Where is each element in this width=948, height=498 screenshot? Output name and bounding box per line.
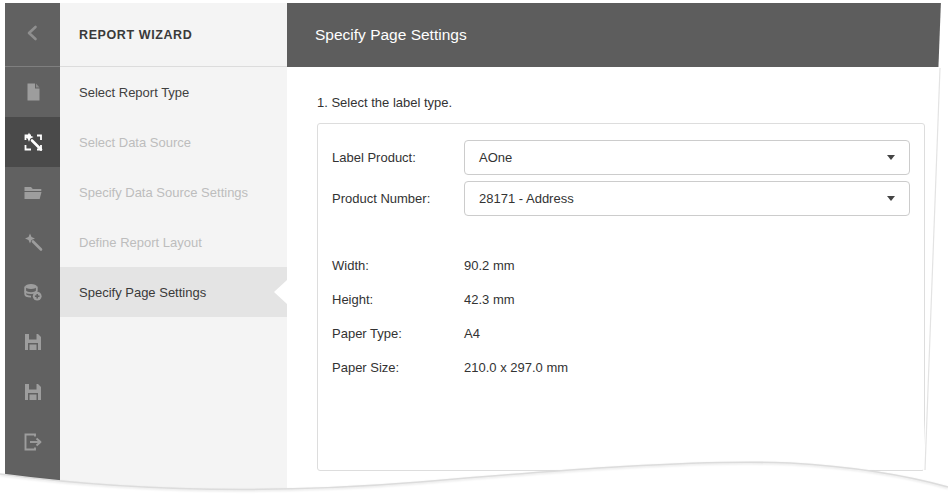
save-icon xyxy=(21,330,45,354)
chevron-left-icon xyxy=(22,22,44,48)
chevron-down-icon xyxy=(887,155,895,160)
page-header: Specify Page Settings xyxy=(287,3,941,67)
sidebar-item-new-report[interactable] xyxy=(5,67,60,117)
folder-open-icon xyxy=(21,180,45,204)
current-step-arrow xyxy=(274,280,287,304)
label-product-dropdown[interactable]: AOne xyxy=(464,140,910,175)
step-label: Select Report Type xyxy=(79,85,189,100)
sidebar-item-new-via-wizard[interactable] xyxy=(5,117,60,167)
detail-row-height: Height: 42.3 mm xyxy=(332,282,910,316)
step-select-report-type[interactable]: Select Report Type xyxy=(60,67,287,117)
detail-label: Paper Size: xyxy=(332,360,464,375)
instruction-text: 1. Select the label type. xyxy=(317,95,941,110)
sidebar-item-add-data-source[interactable] xyxy=(5,267,60,317)
step-select-data-source: Select Data Source xyxy=(60,117,287,167)
magic-wand-icon xyxy=(21,230,45,254)
product-number-dropdown[interactable]: 28171 - Address xyxy=(464,181,910,216)
detail-value: 210.0 x 297.0 mm xyxy=(464,360,568,375)
sidebar-item-exit[interactable] xyxy=(5,417,60,467)
page-body: 1. Select the label type. Label Product:… xyxy=(287,67,941,471)
exit-icon xyxy=(21,430,45,454)
sidebar xyxy=(5,3,60,495)
detail-value: 42.3 mm xyxy=(464,292,515,307)
step-label: Select Data Source xyxy=(79,135,191,150)
sidebar-item-save[interactable] xyxy=(5,317,60,367)
save-as-icon xyxy=(21,380,45,404)
detail-row-paper-type: Paper Type: A4 xyxy=(332,316,910,350)
database-add-icon xyxy=(21,280,45,304)
wizard-step-nav: REPORT WIZARD Select Report Type Select … xyxy=(60,3,287,495)
detail-row-paper-size: Paper Size: 210.0 x 297.0 mm xyxy=(332,350,910,384)
dropdown-value: 28171 - Address xyxy=(479,191,574,206)
field-label: Product Number: xyxy=(332,191,464,206)
step-label: Define Report Layout xyxy=(79,235,202,250)
sidebar-item-open-report[interactable] xyxy=(5,167,60,217)
page-title: Specify Page Settings xyxy=(315,26,467,44)
dropdown-value: AOne xyxy=(479,150,512,165)
step-label: Specify Page Settings xyxy=(79,285,206,300)
wizard-nav-title: REPORT WIZARD xyxy=(60,3,287,67)
step-label: Specify Data Source Settings xyxy=(79,185,248,200)
chevron-down-icon xyxy=(887,196,895,201)
document-icon xyxy=(22,81,44,103)
label-type-panel: Label Product: AOne Product Number: 2817… xyxy=(317,123,925,471)
label-details: Width: 90.2 mm Height: 42.3 mm Paper Typ… xyxy=(332,248,910,384)
form-row-product-number: Product Number: 28171 - Address xyxy=(332,181,910,216)
step-specify-page-settings[interactable]: Specify Page Settings xyxy=(60,267,287,317)
field-label: Label Product: xyxy=(332,150,464,165)
sidebar-item-design-in-wizard[interactable] xyxy=(5,217,60,267)
report-wizard-window: REPORT WIZARD Select Report Type Select … xyxy=(5,3,941,495)
detail-label: Width: xyxy=(332,258,464,273)
detail-label: Paper Type: xyxy=(332,326,464,341)
detail-label: Height: xyxy=(332,292,464,307)
back-button[interactable] xyxy=(5,3,60,67)
detail-value: A4 xyxy=(464,326,480,341)
step-specify-data-source-settings: Specify Data Source Settings xyxy=(60,167,287,217)
step-define-report-layout: Define Report Layout xyxy=(60,217,287,267)
sidebar-item-save-as[interactable] xyxy=(5,367,60,417)
main-panel: Specify Page Settings 1. Select the labe… xyxy=(287,3,941,495)
detail-row-width: Width: 90.2 mm xyxy=(332,248,910,282)
form-row-label-product: Label Product: AOne xyxy=(332,140,910,175)
wizard-page-icon xyxy=(21,130,45,154)
detail-value: 90.2 mm xyxy=(464,258,515,273)
